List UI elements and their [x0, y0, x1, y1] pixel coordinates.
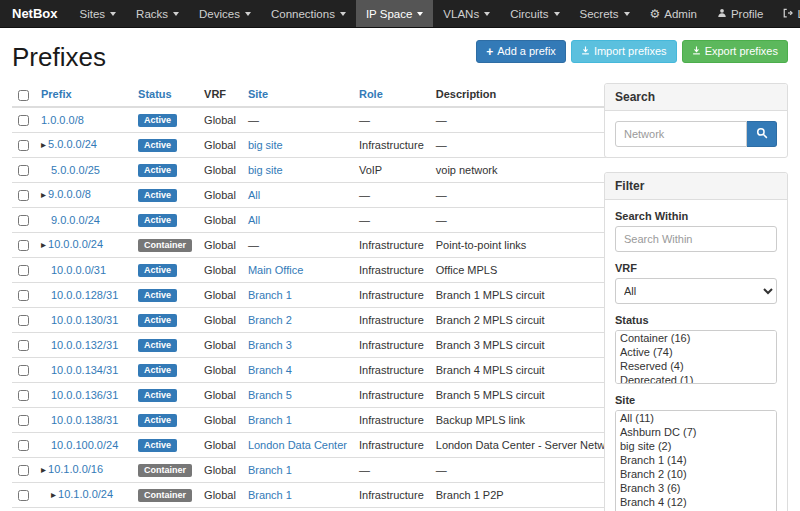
prefix-link[interactable]: 10.0.100.0/24	[51, 439, 118, 451]
admin-link[interactable]: ⚙ Admin	[640, 0, 707, 27]
prefix-link[interactable]: 10.1.0.0/24	[58, 488, 113, 500]
status-badge: Active	[138, 389, 177, 402]
row-checkbox[interactable]	[18, 215, 29, 226]
search-button[interactable]	[747, 121, 777, 147]
nav-item[interactable]: Secrets	[570, 0, 640, 27]
column-header-role[interactable]: Role	[353, 83, 430, 107]
logout-link[interactable]: Log out	[773, 0, 800, 27]
nav-item[interactable]: VLANs	[433, 0, 500, 27]
filter-option[interactable]: Ashburn DC (7)	[616, 425, 776, 439]
filter-option[interactable]: Reserved (4)	[616, 359, 776, 373]
sort-status-link[interactable]: Status	[138, 88, 172, 100]
description-cell: Branch 3 MPLS circuit	[430, 332, 627, 357]
sort-prefix-link[interactable]: Prefix	[41, 88, 72, 100]
profile-link[interactable]: Profile	[707, 0, 774, 27]
prefix-link[interactable]: 9.0.0.0/24	[51, 214, 100, 226]
filter-option[interactable]: All (11)	[616, 411, 776, 425]
site-link[interactable]: Branch 2	[248, 314, 292, 326]
prefix-link[interactable]: 10.0.0.130/31	[51, 314, 118, 326]
prefix-link[interactable]: 10.0.0.132/31	[51, 339, 118, 351]
prefix-link[interactable]: 5.0.0.0/25	[51, 164, 100, 176]
site-link[interactable]: Branch 1	[248, 414, 292, 426]
row-checkbox[interactable]	[18, 240, 29, 251]
row-checkbox[interactable]	[18, 490, 29, 501]
navbar-brand[interactable]: NetBox	[0, 0, 70, 27]
row-checkbox[interactable]	[18, 190, 29, 201]
nav-item[interactable]: IP Space	[356, 0, 433, 27]
status-cell: Active	[132, 132, 198, 157]
row-checkbox[interactable]	[18, 265, 29, 276]
prefix-link[interactable]: 10.0.0.0/31	[51, 264, 106, 276]
status-listbox[interactable]: Container (16)Active (74)Reserved (4)Dep…	[615, 330, 777, 384]
add-prefix-button[interactable]: + Add a prefix	[476, 40, 566, 63]
prefix-link[interactable]: 1.0.0.0/8	[41, 114, 84, 126]
row-checkbox[interactable]	[18, 115, 29, 126]
import-prefixes-button[interactable]: Import prefixes	[571, 40, 677, 63]
site-link[interactable]: Branch 4	[248, 364, 292, 376]
row-checkbox[interactable]	[18, 440, 29, 451]
nav-item[interactable]: Connections	[261, 0, 356, 27]
filter-option[interactable]: Deprecated (1)	[616, 373, 776, 384]
column-header-status[interactable]: Status	[132, 83, 198, 107]
row-checkbox[interactable]	[18, 390, 29, 401]
prefix-link[interactable]: 10.0.0.136/31	[51, 389, 118, 401]
nav-item[interactable]: Devices	[189, 0, 261, 27]
filter-option[interactable]: Active (74)	[616, 345, 776, 359]
site-link[interactable]: big site	[248, 139, 283, 151]
row-checkbox[interactable]	[18, 415, 29, 426]
status-badge: Container	[138, 464, 192, 477]
vrf-cell: Global	[198, 282, 242, 307]
column-header-prefix[interactable]: Prefix	[35, 83, 132, 107]
prefix-link[interactable]: 10.1.0.0/16	[48, 463, 103, 475]
row-checkbox[interactable]	[18, 290, 29, 301]
search-within-input[interactable]	[615, 226, 777, 252]
filter-option[interactable]: Branch 1 (14)	[616, 453, 776, 467]
site-cell: Branch 2	[242, 307, 353, 332]
site-link[interactable]: big site	[248, 164, 283, 176]
site-link[interactable]: Branch 1	[248, 464, 292, 476]
vrf-cell: Global	[198, 257, 242, 282]
table-row: ▸10.0.0.0/24 Container Global — Infrastr…	[12, 232, 626, 257]
site-listbox[interactable]: All (11)Ashburn DC (7)big site (2)Branch…	[615, 410, 777, 511]
row-checkbox[interactable]	[18, 315, 29, 326]
nav-item[interactable]: Circuits	[500, 0, 569, 27]
prefix-link[interactable]: 10.0.0.138/31	[51, 414, 118, 426]
filter-option[interactable]: Branch 4 (12)	[616, 495, 776, 509]
export-prefixes-button[interactable]: Export prefixes	[682, 40, 788, 63]
row-checkbox[interactable]	[18, 465, 29, 476]
select-all-checkbox[interactable]	[18, 90, 29, 101]
prefix-cell: ▸10.0.0.132/31	[35, 332, 132, 357]
site-link[interactable]: All	[248, 214, 260, 226]
search-input[interactable]	[615, 121, 747, 147]
column-header-site[interactable]: Site	[242, 83, 353, 107]
filter-option[interactable]: Container (16)	[616, 331, 776, 345]
row-checkbox[interactable]	[18, 140, 29, 151]
prefix-link[interactable]: 10.0.0.134/31	[51, 364, 118, 376]
description-value: —	[436, 464, 447, 476]
filter-option[interactable]: Branch 3 (6)	[616, 481, 776, 495]
site-link[interactable]: London Data Center	[248, 439, 347, 451]
prefix-link[interactable]: 5.0.0.0/24	[48, 138, 97, 150]
nav-item[interactable]: Sites	[70, 0, 127, 27]
filter-option[interactable]: Branch 2 (10)	[616, 467, 776, 481]
site-link[interactable]: Branch 1	[248, 489, 292, 501]
row-checkbox[interactable]	[18, 340, 29, 351]
site-link[interactable]: Branch 1	[248, 289, 292, 301]
description-cell: —	[430, 207, 627, 232]
row-checkbox[interactable]	[18, 165, 29, 176]
site-link[interactable]: Main Office	[248, 264, 303, 276]
site-link[interactable]: All	[248, 189, 260, 201]
nav-item[interactable]: Racks	[126, 0, 189, 27]
prefix-link[interactable]: 10.0.0.0/24	[48, 238, 103, 250]
site-link[interactable]: Branch 3	[248, 339, 292, 351]
caret-right-icon: ▸	[41, 189, 46, 200]
prefix-cell: ▸9.0.0.0/8	[35, 182, 132, 207]
prefix-link[interactable]: 10.0.0.128/31	[51, 289, 118, 301]
sort-site-link[interactable]: Site	[248, 88, 268, 100]
vrf-select[interactable]: All	[615, 278, 777, 304]
sort-role-link[interactable]: Role	[359, 88, 383, 100]
prefix-link[interactable]: 9.0.0.0/8	[48, 188, 91, 200]
site-link[interactable]: Branch 5	[248, 389, 292, 401]
filter-option[interactable]: big site (2)	[616, 439, 776, 453]
row-checkbox[interactable]	[18, 365, 29, 376]
